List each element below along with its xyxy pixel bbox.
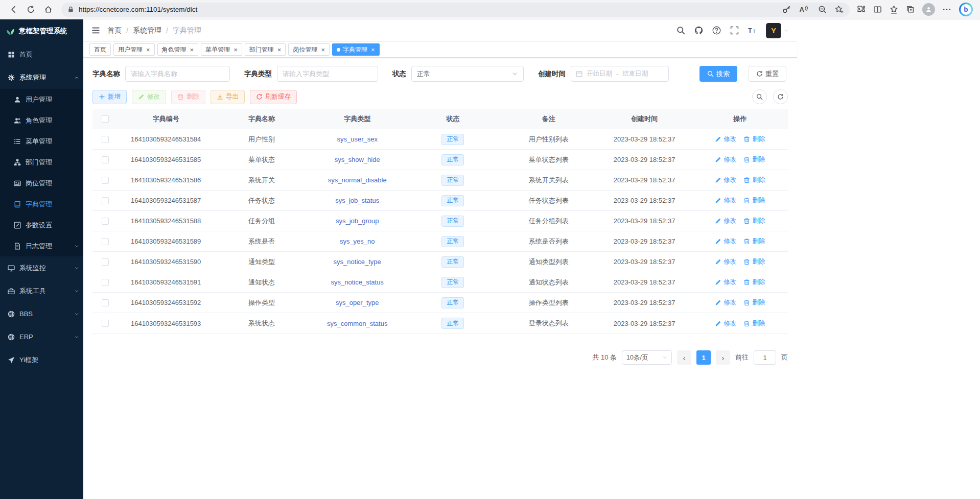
browser-refresh-button[interactable]	[22, 2, 39, 17]
sidebar-item-dept-management[interactable]: 部门管理	[0, 152, 83, 173]
tab-close-icon[interactable]: ×	[190, 46, 194, 53]
dict-type-link[interactable]: sys_yes_no	[340, 237, 375, 245]
dict-type-link[interactable]: sys_oper_type	[336, 299, 379, 306]
tab[interactable]: 首页	[89, 43, 111, 56]
dict-type-link[interactable]: sys_user_sex	[337, 135, 377, 143]
split-screen-icon[interactable]	[873, 5, 882, 14]
password-key-icon[interactable]	[782, 5, 791, 14]
collections-icon[interactable]	[906, 5, 915, 14]
add-button[interactable]: 新增	[92, 90, 127, 104]
add-favorite-star-icon[interactable]	[835, 5, 844, 14]
row-edit-link[interactable]: 修改	[715, 237, 736, 246]
row-delete-link[interactable]: 删除	[743, 298, 765, 307]
delete-button[interactable]: 删除	[171, 90, 205, 104]
github-icon[interactable]	[694, 26, 703, 35]
user-avatar[interactable]: Y	[766, 23, 789, 38]
row-edit-link[interactable]: 修改	[715, 298, 736, 307]
tab[interactable]: 菜单管理 ×	[201, 43, 242, 56]
row-checkbox[interactable]	[102, 197, 109, 204]
dict-type-link[interactable]: sys_show_hide	[335, 156, 380, 163]
breadcrumb-home[interactable]: 首页	[107, 26, 122, 35]
browser-home-button[interactable]	[40, 2, 56, 17]
read-aloud-icon[interactable]: A	[799, 6, 809, 13]
browser-back-button[interactable]	[5, 2, 21, 17]
font-size-icon[interactable]	[748, 26, 757, 35]
search-button[interactable]: 搜索	[699, 66, 737, 82]
sidebar-collapse-icon[interactable]	[91, 26, 100, 35]
favorites-star-icon[interactable]	[890, 5, 898, 14]
dict-name-input[interactable]	[125, 66, 230, 82]
sidebar-item-post-management[interactable]: 岗位管理	[0, 173, 83, 194]
sidebar-item-erp[interactable]: ERP	[0, 325, 83, 348]
reset-button[interactable]: 重置	[749, 66, 786, 82]
row-edit-link[interactable]: 修改	[715, 176, 736, 184]
row-checkbox[interactable]	[102, 238, 109, 245]
prev-page-button[interactable]: ‹	[677, 350, 691, 365]
row-edit-link[interactable]: 修改	[715, 217, 736, 225]
tab-close-icon[interactable]: ×	[371, 46, 375, 53]
row-edit-link[interactable]: 修改	[715, 196, 736, 205]
sidebar-item-bbs[interactable]: BBS	[0, 302, 83, 325]
tab[interactable]: 岗位管理 ×	[288, 43, 330, 56]
export-button[interactable]: 导出	[211, 90, 245, 104]
row-edit-link[interactable]: 修改	[715, 257, 736, 266]
date-range-picker[interactable]: 开始日期 - 结束日期	[571, 66, 669, 82]
dict-type-link[interactable]: sys_notice_type	[334, 258, 381, 266]
tab-close-icon[interactable]: ×	[321, 46, 325, 53]
row-checkbox[interactable]	[102, 299, 109, 306]
next-page-button[interactable]: ›	[716, 350, 730, 365]
page-number-button[interactable]: 1	[696, 350, 711, 365]
sidebar-item-log-management[interactable]: 日志管理	[0, 235, 83, 256]
tab[interactable]: 部门管理 ×	[245, 43, 286, 56]
goto-page-input[interactable]	[754, 350, 776, 365]
dict-type-link[interactable]: sys_common_status	[327, 320, 388, 327]
row-edit-link[interactable]: 修改	[715, 135, 736, 144]
row-checkbox[interactable]	[102, 136, 109, 143]
dict-type-link[interactable]: sys_notice_status	[331, 278, 384, 286]
browser-profile-avatar[interactable]	[922, 3, 935, 16]
zoom-out-icon[interactable]	[818, 5, 827, 14]
tab[interactable]: 用户管理 ×	[113, 43, 155, 56]
sidebar-item-home[interactable]: 首页	[0, 43, 83, 66]
tab-close-icon[interactable]: ×	[234, 46, 238, 53]
header-search-icon[interactable]	[676, 26, 685, 35]
tab[interactable]: 角色管理 ×	[157, 43, 199, 56]
row-delete-link[interactable]: 删除	[743, 237, 765, 246]
row-delete-link[interactable]: 删除	[743, 135, 765, 144]
sidebar-item-menu-management[interactable]: 菜单管理	[0, 131, 83, 152]
edit-button[interactable]: 修改	[132, 90, 166, 104]
row-delete-link[interactable]: 删除	[743, 196, 765, 205]
toggle-search-button[interactable]	[752, 89, 767, 104]
status-select[interactable]: 正常	[411, 66, 524, 82]
row-delete-link[interactable]: 删除	[743, 278, 765, 287]
row-delete-link[interactable]: 删除	[743, 155, 765, 164]
sidebar-item-dict-management[interactable]: 字典管理	[0, 194, 83, 215]
sidebar-item-system-tools[interactable]: 系统工具	[0, 279, 83, 302]
browser-menu-ellipsis-icon[interactable]: ...	[943, 5, 951, 14]
breadcrumb-system[interactable]: 系统管理	[133, 26, 161, 35]
row-delete-link[interactable]: 删除	[743, 176, 765, 184]
sidebar-item-role-management[interactable]: 角色管理	[0, 110, 83, 131]
page-size-select[interactable]: 10条/页	[622, 350, 672, 365]
sidebar-item-system-management[interactable]: 系统管理	[0, 66, 83, 89]
help-question-icon[interactable]	[712, 26, 721, 35]
row-checkbox[interactable]	[102, 177, 109, 184]
tab[interactable]: 字典管理 ×	[332, 43, 380, 56]
row-delete-link[interactable]: 删除	[743, 217, 765, 225]
refresh-table-button[interactable]	[773, 89, 788, 104]
tab-close-icon[interactable]: ×	[146, 46, 150, 53]
row-checkbox[interactable]	[102, 320, 109, 327]
extensions-puzzle-icon[interactable]	[857, 5, 866, 14]
bing-discover-icon[interactable]: b	[959, 3, 973, 16]
row-edit-link[interactable]: 修改	[715, 319, 736, 328]
refresh-cache-button[interactable]: 刷新缓存	[250, 90, 297, 104]
row-checkbox[interactable]	[102, 279, 109, 286]
sidebar-item-yi-framework[interactable]: Yi框架	[0, 348, 83, 371]
row-checkbox[interactable]	[102, 258, 109, 266]
select-all-checkbox[interactable]	[102, 115, 109, 123]
row-edit-link[interactable]: 修改	[715, 155, 736, 164]
row-checkbox[interactable]	[102, 156, 109, 163]
tab-close-icon[interactable]: ×	[277, 46, 282, 53]
dict-type-input[interactable]	[277, 66, 378, 82]
sidebar-item-param-settings[interactable]: 参数设置	[0, 215, 83, 235]
